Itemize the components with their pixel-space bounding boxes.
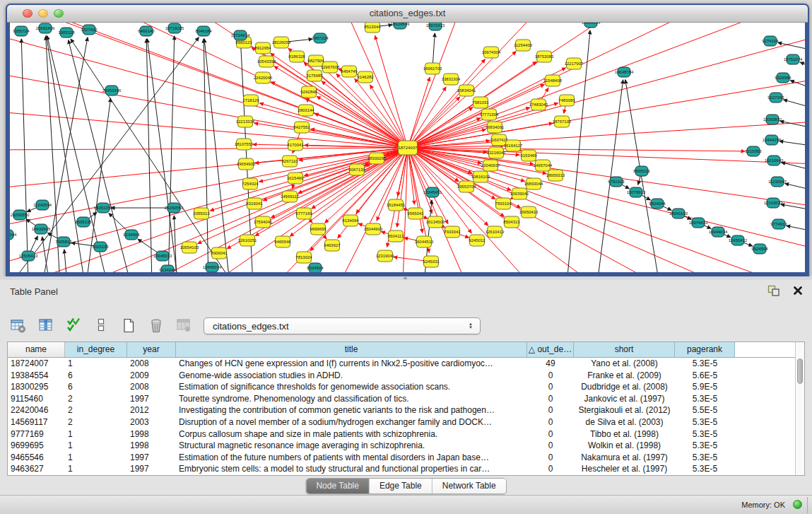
graph-node[interactable]: 8454749 [341,66,358,77]
cell-pagerank[interactable]: 5.5E-5 [675,404,735,416]
graph-node[interactable]: 8215953 [745,146,762,156]
table-row[interactable]: 1872400712008Changes of HCN gene express… [8,358,804,370]
graph-node[interactable]: 9146282 [357,71,374,83]
cell-pagerank[interactable]: 5.3E-5 [675,393,735,405]
graph-node[interactable]: 16210643 [765,156,784,165]
cell-name[interactable]: 9699695 [8,440,65,452]
graph-node[interactable]: 8186328 [288,51,305,62]
graph-node[interactable]: 9274104 [762,36,779,46]
cell-in_degree[interactable]: 6 [65,381,127,393]
graph-node[interactable]: 2803144 [298,105,314,116]
graph-node[interactable]: 11254409 [514,40,533,51]
graph-node[interactable]: 3175685 [306,70,323,81]
graph-node[interactable]: 2718129 [242,95,259,106]
graph-node[interactable]: 10945013 [153,251,172,261]
cell-name[interactable]: 19384554 [8,370,65,382]
cell-short[interactable]: Franke et al. (2009) [574,370,675,382]
graph-node[interactable]: 9134044 [159,265,176,272]
graph-node[interactable]: 18124549 [391,23,410,29]
graph-node[interactable]: 18757105 [553,116,572,127]
cell-pagerank[interactable]: 5.3E-5 [675,452,735,464]
cell-year[interactable]: 1997 [127,463,176,475]
column-header-out_degree[interactable]: △ out_de… [527,342,574,357]
graph-node[interactable]: 17771304 [480,109,499,120]
graph-node[interactable]: 9115460 [288,173,305,184]
graph-node[interactable]: 12319041 [376,250,395,262]
graph-node[interactable]: 20260550 [11,210,30,220]
graph-node[interactable]: 10543392 [257,56,276,67]
cell-title[interactable]: Investigating the contribution of common… [176,404,527,416]
graph-node[interactable]: 8504313 [503,216,520,228]
show-columns-icon[interactable] [37,317,54,334]
scrollbar-thumb[interactable] [797,358,803,384]
graph-node[interactable]: 8513044 [364,23,381,33]
graph-node[interactable]: 12610251 [238,235,257,246]
table-row[interactable]: 911546021997Tourette syndrome. Phenomeno… [8,393,804,405]
cell-out_degree[interactable]: 0 [527,463,574,475]
table-row[interactable]: 946554611997Estimation of the future num… [8,452,804,464]
graph-node[interactable]: 8427552 [293,122,310,133]
graph-node[interactable]: 9134904 [123,230,140,240]
graph-node[interactable]: 7813024 [295,252,312,263]
graph-node[interactable]: 19654903 [237,158,256,170]
cell-year[interactable]: 1998 [127,440,176,452]
cell-in_degree[interactable]: 1 [65,428,127,440]
table-row[interactable]: 969969511998Structural magnetic resonanc… [8,440,804,452]
cell-short[interactable]: Wolkin et al. (1998) [574,440,675,452]
graph-node[interactable]: 20691406 [36,23,55,33]
graph-node[interactable]: 13831304 [442,74,461,85]
graph-node[interactable]: 9153469 [520,150,537,161]
cell-name[interactable]: 18300295 [8,381,65,393]
tab-edge-table[interactable]: Edge Table [370,479,433,493]
graph-node[interactable]: 16044513 [415,236,434,247]
graph-node[interactable]: 12450412 [729,235,748,245]
cell-out_degree[interactable]: 0 [527,440,574,452]
graph-node[interactable]: 9355724 [13,26,30,36]
cell-pagerank[interactable]: 5.3E-5 [675,416,735,428]
graph-node[interactable]: 16164127 [504,140,523,151]
graph-node[interactable]: 9245031 [423,256,440,267]
graph-node[interactable]: 7957224 [312,33,329,43]
graph-node[interactable]: 9227343 [767,93,784,103]
graph-node[interactable]: 15184451 [387,199,406,211]
graph-node[interactable]: 6466140 [138,26,155,36]
graph-node[interactable]: 18959313 [546,170,565,181]
graph-node[interactable]: 12845034 [203,262,222,272]
graph-node[interactable]: 15751074 [784,54,803,64]
graph-node[interactable]: 3067130 [348,164,365,175]
graph-node[interactable]: 8319041 [246,198,263,209]
graph-node[interactable]: 18226058 [272,37,291,48]
graph-node[interactable]: 8909041 [211,247,228,259]
cell-in_degree[interactable]: 2 [65,393,127,405]
graph-node[interactable]: 10939041 [510,188,529,199]
window-titlebar[interactable]: citations_edges.txt [7,5,808,23]
graph-node[interactable]: 9463627 [324,240,341,251]
cell-out_degree[interactable]: 0 [527,428,574,440]
cell-out_degree[interactable]: 0 [527,393,574,405]
minimize-traffic-light-icon[interactable] [38,9,48,18]
column-header-name[interactable]: name [8,342,65,357]
cell-year[interactable]: 2012 [127,404,176,416]
graph-node[interactable]: 9245012 [469,235,486,246]
delete-trash-icon[interactable] [148,317,165,334]
graph-node[interactable]: 12213334 [236,116,255,127]
close-panel-icon[interactable] [791,285,805,298]
graph-node[interactable]: 2055013 [193,208,210,219]
graph-node[interactable]: 10719185 [165,23,184,33]
column-header-year[interactable]: year [127,342,176,357]
graph-node[interactable]: 8695019 [633,166,650,176]
graph-node[interactable]: 16494104 [582,23,601,28]
network-canvas[interactable]: 1872400786601238912954182260588186328105… [10,23,805,272]
table-selector-dropdown[interactable]: citations_edges.txt ▲▼ [204,317,481,334]
cell-out_degree[interactable]: 49 [527,358,574,370]
clear-row-selection-icon[interactable] [93,317,110,334]
graph-node[interactable]: 16134503 [426,216,445,228]
cell-short[interactable]: Nakamura et al. (1997) [574,452,675,464]
cell-out_degree[interactable]: 0 [527,452,574,464]
select-all-rows-icon[interactable] [65,317,82,334]
cell-short[interactable]: Tibbo et al. (1998) [574,428,675,440]
table-row[interactable]: 1830029562008Estimation of significance … [8,381,804,393]
graph-node[interactable]: 15972413 [426,23,445,30]
cell-name[interactable]: 9465546 [8,452,65,464]
cell-name[interactable]: 9777169 [8,428,65,440]
